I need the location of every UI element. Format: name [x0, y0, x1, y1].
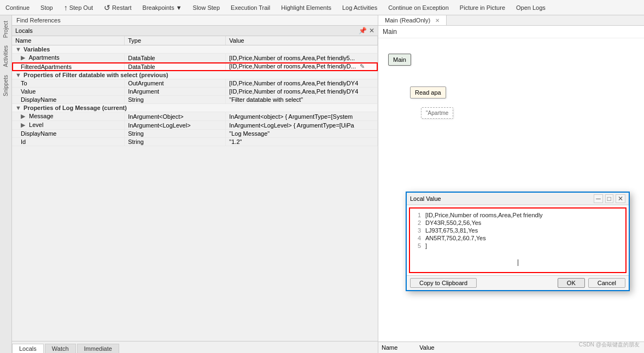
apartments-value: [ID,Price,Number of rooms,Area,Pet frien… [226, 54, 378, 62]
dialog-line-5: 5 ] [413, 242, 622, 249]
continue-button[interactable]: Continue [3, 3, 32, 12]
locals-pin-icon[interactable]: 📌 [359, 27, 367, 34]
apartments-name: ▶ Apartments [12, 54, 125, 62]
dialog-line-num-3: 3 [413, 227, 421, 234]
value-name: Value [12, 88, 125, 96]
right-panel-title-text: Main [383, 28, 397, 36]
level-expander[interactable]: ▶ [21, 121, 27, 129]
log-props-expander[interactable]: ▼ [15, 105, 22, 111]
breakpoints-button[interactable]: Breakpoints ▼ [140, 3, 184, 12]
continue-label: Continue [5, 4, 30, 11]
find-references-bar: Find References [12, 15, 378, 26]
tab-main-readonly[interactable]: Main (ReadOnly) ✕ [378, 15, 447, 25]
log-activities-label: Log Activities [342, 4, 377, 11]
main-layout: Project Activities Snippets Find Referen… [0, 15, 644, 353]
value-type: InArgument [125, 88, 226, 96]
dialog-maximize-button[interactable]: □ [605, 194, 613, 203]
right-panel: Main (ReadOnly) ✕ Main Main Read apa "Ap… [378, 15, 644, 353]
dialog-line-text-4: AN5RT,750,2,60.7,Yes [425, 235, 486, 241]
cancel-button[interactable]: Cancel [588, 278, 625, 288]
highlight-elements-button[interactable]: Highlight Elements [279, 3, 333, 12]
restart-label: Restart [112, 4, 131, 11]
dialog-line-num-5: 5 [413, 242, 421, 249]
read-diagram-box[interactable]: Read apa [410, 86, 446, 99]
tab-immediate[interactable]: Immediate [77, 344, 119, 353]
table-row: ▶ Level InArgument<LogLevel> InArgument<… [12, 121, 378, 130]
sidebar-item-activities[interactable]: Activities [2, 42, 10, 70]
message-name: ▶ Message [12, 112, 125, 121]
execution-trail-label: Execution Trail [231, 4, 270, 11]
continue-on-exception-button[interactable]: Continue on Exception [386, 3, 451, 12]
locals-data-table: Name Type Value ▼ Variables [12, 36, 378, 146]
stop-label: Stop [40, 4, 53, 11]
edit-pencil-icon[interactable]: ✎ [360, 63, 365, 70]
left-panel: Find References Locals 📌 ✕ Name Type Val [12, 15, 378, 353]
dialog-minimize-button[interactable]: ─ [594, 194, 603, 203]
to-type: OutArgument [125, 79, 226, 88]
dialog-line-text-5: ] [425, 242, 427, 249]
open-logs-label: Open Logs [516, 4, 546, 11]
ok-label: OK [567, 280, 576, 286]
ok-button[interactable]: OK [558, 278, 585, 288]
text-cursor [518, 259, 518, 266]
main-diagram-label: Main [393, 56, 406, 63]
side-icons-panel: Project Activities Snippets [0, 15, 12, 353]
message-type: InArgument<Object> [125, 112, 226, 121]
apt-diagram-box[interactable]: "Apartme [421, 107, 453, 119]
dialog-line-3: 3 LJ93T,675,3,81,Yes [413, 227, 622, 234]
dialog-close-button[interactable]: ✕ [616, 194, 625, 203]
table-row: FilteredApartments DataTable [ID,Price,N… [12, 62, 378, 71]
id-value: "1.2" [226, 138, 378, 146]
name-label: Name [382, 344, 397, 351]
value-label: Value [419, 344, 434, 351]
level-name: ▶ Level [12, 121, 125, 130]
displayname-log-name: DisplayName [12, 130, 125, 138]
dialog-line-text-1: [ID,Price,Number of rooms,Area,Pet frien… [425, 212, 543, 218]
id-name: Id [12, 138, 125, 146]
locals-collapse-icon[interactable]: ✕ [369, 27, 374, 34]
highlight-elements-label: Highlight Elements [281, 4, 331, 11]
level-value: InArgument<LogLevel> { ArgumentType=[UiP… [226, 121, 378, 130]
tab-close-icon[interactable]: ✕ [435, 18, 440, 24]
restart-button[interactable]: ↺ Restart [102, 2, 133, 13]
tab-locals[interactable]: Locals [12, 344, 44, 353]
step-out-label: Step Out [69, 4, 93, 11]
dialog-line-num-4: 4 [413, 235, 421, 241]
variables-expander[interactable]: ▼ [15, 46, 22, 53]
main-diagram-box[interactable]: Main [388, 54, 411, 66]
sidebar-item-snippets[interactable]: Snippets [2, 72, 10, 100]
col-value-header: Value [226, 36, 378, 45]
picture-in-picture-button[interactable]: Picture in Picture [458, 3, 507, 12]
continue-on-exception-label: Continue on Exception [388, 4, 449, 11]
filter-props-expander[interactable]: ▼ [15, 72, 22, 78]
dialog-line-2: 2 DY43R,550,2,56,Yes [413, 219, 622, 226]
dialog-footer: Copy to Clipboard OK Cancel [407, 275, 629, 290]
open-logs-button[interactable]: Open Logs [514, 3, 548, 12]
sidebar-item-project[interactable]: Project [2, 18, 10, 41]
displayname-filter-value: "Filter datatable with select" [226, 96, 378, 104]
right-tab-bar: Main (ReadOnly) ✕ [378, 15, 644, 26]
apartments-expander[interactable]: ▶ [21, 54, 27, 61]
variables-label: Variables [24, 46, 50, 53]
execution-trail-button[interactable]: Execution Trail [229, 3, 272, 12]
filter-props-label: Properties of Filter datatable with sele… [24, 72, 168, 78]
slow-step-button[interactable]: Slow Step [191, 3, 223, 12]
locals-header-icons: 📌 ✕ [359, 27, 374, 34]
message-expander[interactable]: ▶ [21, 113, 27, 120]
tab-watch[interactable]: Watch [45, 344, 76, 353]
filtered-apartments-type: DataTable [125, 62, 226, 71]
filtered-apartments-name: FilteredApartments [12, 62, 125, 71]
watermark: CSDN @会敲键盘的朋友 [579, 341, 640, 349]
copy-to-clipboard-button[interactable]: Copy to Clipboard [410, 278, 477, 288]
table-row: DisplayName String "Log Message" [12, 130, 378, 138]
to-name: To [12, 79, 125, 88]
apartments-type: DataTable [125, 54, 226, 62]
right-panel-content: Main Read apa "Apartme Local Value ─ □ ✕ [378, 38, 644, 342]
log-activities-button[interactable]: Log Activities [340, 3, 379, 12]
stop-button[interactable]: Stop [38, 3, 55, 12]
apt-diagram-label: "Apartme [426, 110, 448, 116]
dialog-controls: ─ □ ✕ [594, 194, 625, 203]
step-out-button[interactable]: ↑ Step Out [62, 2, 95, 13]
read-diagram-label: Read apa [415, 89, 441, 96]
log-props-section-header: ▼ Properties of Log Message (current) [12, 104, 378, 112]
